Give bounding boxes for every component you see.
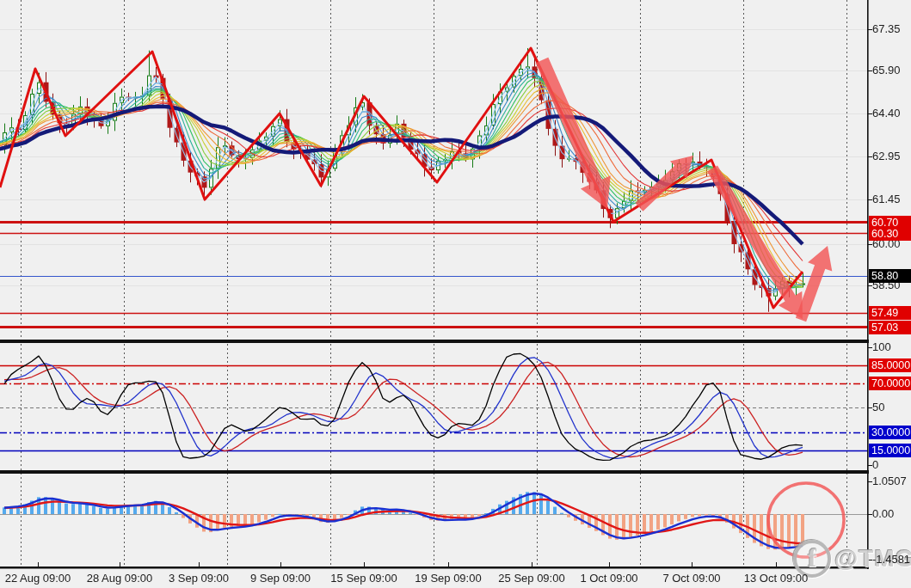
x-axis-tick-label: 25 Sep 09:00 <box>489 572 575 585</box>
x-axis-tick-label: 3 Sep 09:00 <box>156 572 242 585</box>
y-axis-tick-label: 65.90 <box>872 64 901 77</box>
x-axis-tick-label: 19 Sep 09:00 <box>405 572 491 585</box>
chart-canvas[interactable] <box>0 0 911 588</box>
x-axis-tick-label: 15 Sep 09:00 <box>321 572 407 585</box>
price-level-badge: 85.0000 <box>869 358 911 372</box>
price-level-badge: 58.80 <box>869 269 911 283</box>
x-axis-tick-label: 13 Oct 09:00 <box>733 572 819 585</box>
price-level-badge: 57.03 <box>869 321 911 334</box>
time-axis: 22 Aug 09:0028 Aug 09:003 Sep 09:009 Sep… <box>0 569 867 588</box>
y-axis-tick-label: 61.45 <box>872 193 901 206</box>
y-axis-tick-label: 1.0507 <box>872 475 907 488</box>
x-axis-tick-label: 28 Aug 09:00 <box>77 572 163 585</box>
price-level-badge: 57.49 <box>869 306 911 320</box>
y-axis-tick-label: 62.95 <box>872 150 901 163</box>
y-axis-tick-label: 100 <box>872 340 891 354</box>
x-axis-tick-label: 9 Sep 09:00 <box>237 572 323 585</box>
price-level-badge: 30.0000 <box>869 426 911 439</box>
price-level-badge: 60.30 <box>869 227 911 241</box>
y-axis-tick-label: 0 <box>872 458 878 472</box>
y-axis-tick-label: -1.4581 <box>872 553 910 567</box>
price-level-badge: 70.0000 <box>869 377 911 390</box>
y-axis-tick-label: 67.35 <box>872 22 901 36</box>
trading-chart: f @TMGM 67.3565.9064.4062.9561.4560.0058… <box>0 0 911 588</box>
price-level-badge: 15.0000 <box>869 444 911 457</box>
y-axis-tick-label: 64.40 <box>872 107 901 120</box>
y-axis-tick-label: 0.00 <box>872 507 894 521</box>
x-axis-tick-label: 7 Oct 09:00 <box>649 572 735 585</box>
x-axis-tick-label: 1 Oct 09:00 <box>566 572 652 585</box>
y-axis-tick-label: 50 <box>872 401 884 414</box>
x-axis-tick-label: 22 Aug 09:00 <box>0 572 81 585</box>
price-axis: 67.3565.9064.4062.9561.4560.0058.5010050… <box>868 0 911 567</box>
